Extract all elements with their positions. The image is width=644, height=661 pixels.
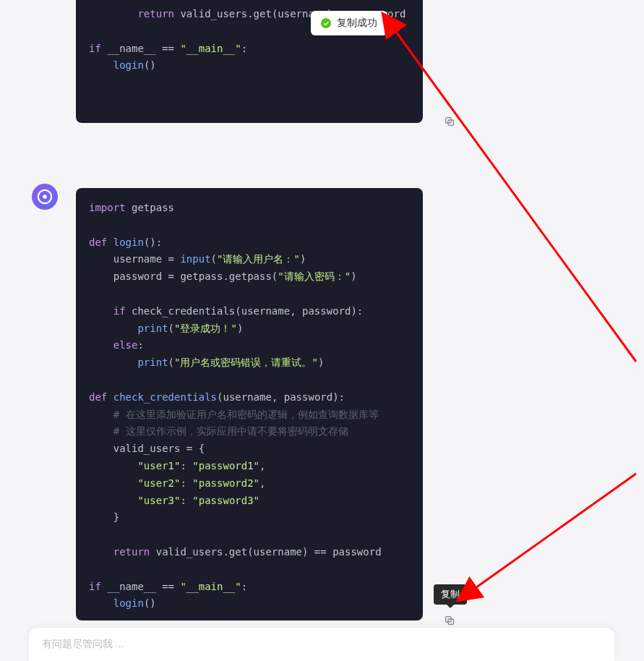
copy-tooltip: 复制 (434, 584, 467, 605)
notification-text: 复制成功 (337, 17, 377, 30)
copy-success-notification: 复制成功 (311, 11, 387, 35)
code-block-full: import getpass def login(): username = i… (76, 188, 423, 621)
copy-tooltip-text: 复制 (441, 589, 460, 600)
copy-icon (444, 116, 455, 127)
copy-button[interactable] (442, 613, 458, 628)
svg-point-3 (43, 195, 47, 199)
copy-button[interactable] (442, 114, 458, 129)
chat-input-bar[interactable]: 有问题尽管问我 ... (29, 628, 614, 661)
ai-avatar (32, 184, 58, 210)
chat-container: return valid_users.get(username) == pass… (0, 0, 644, 661)
chat-input-placeholder: 有问题尽管问我 ... (42, 638, 124, 651)
check-icon (321, 18, 331, 28)
ai-logo-icon (37, 189, 53, 205)
copy-icon (444, 615, 455, 626)
